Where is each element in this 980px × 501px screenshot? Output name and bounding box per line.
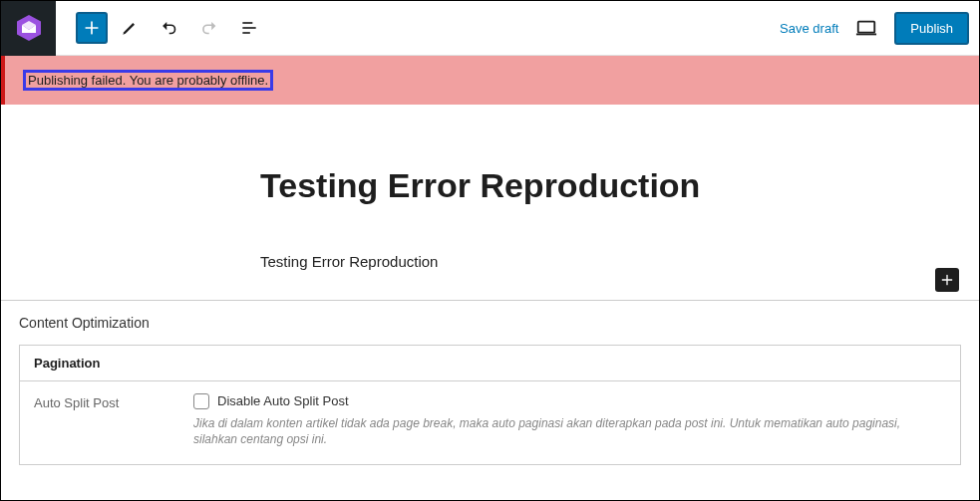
redo-button[interactable] (191, 10, 227, 46)
auto-split-description: Jika di dalam konten artikel tidak ada p… (193, 415, 946, 449)
toolbar-left-group (1, 1, 267, 55)
auto-split-field-control: Disable Auto Split Post Jika di dalam ko… (193, 393, 946, 449)
undo-button[interactable] (152, 10, 187, 46)
svg-rect-2 (242, 27, 255, 29)
svg-rect-4 (858, 22, 875, 33)
add-block-toolbar-button[interactable] (76, 12, 108, 44)
error-notice: Publishing failed. You are probably offl… (1, 56, 979, 105)
auto-split-field-label: Auto Split Post (34, 393, 183, 410)
mail-hex-icon (15, 14, 43, 42)
editor-canvas: Testing Error Reproduction Testing Error… (1, 105, 979, 300)
metabox-section-heading: Content Optimization (19, 315, 961, 331)
app-logo[interactable] (1, 1, 56, 56)
edit-tool-button[interactable] (112, 10, 148, 46)
svg-rect-1 (242, 22, 252, 24)
pagination-metabox-title: Pagination (20, 346, 960, 381)
pagination-metabox-body: Auto Split Post Disable Auto Split Post … (20, 381, 960, 465)
disable-auto-split-checkbox[interactable] (193, 393, 209, 409)
document-outline-button[interactable] (231, 10, 267, 46)
metabox-area: Content Optimization Pagination Auto Spl… (1, 300, 979, 501)
preview-device-button[interactable] (848, 10, 884, 46)
svg-rect-5 (856, 34, 876, 36)
save-draft-link[interactable]: Save draft (780, 21, 838, 36)
add-block-inline-button[interactable] (935, 268, 959, 292)
editor-viewport: Save draft Publish Publishing failed. Yo… (0, 0, 980, 501)
disable-auto-split-checkbox-label: Disable Auto Split Post (217, 393, 349, 408)
svg-rect-3 (242, 32, 250, 34)
auto-split-field-row: Auto Split Post Disable Auto Split Post … (34, 393, 946, 449)
pagination-metabox: Pagination Auto Split Post Disable Auto … (19, 345, 961, 466)
auto-split-checkbox-line: Disable Auto Split Post (193, 393, 946, 409)
publish-button[interactable]: Publish (894, 12, 969, 45)
top-toolbar: Save draft Publish (1, 1, 979, 56)
post-body-paragraph[interactable]: Testing Error Reproduction (260, 253, 919, 270)
post-title[interactable]: Testing Error Reproduction (260, 164, 919, 207)
toolbar-right-group: Save draft Publish (780, 10, 969, 46)
error-notice-text: Publishing failed. You are probably offl… (23, 70, 273, 91)
